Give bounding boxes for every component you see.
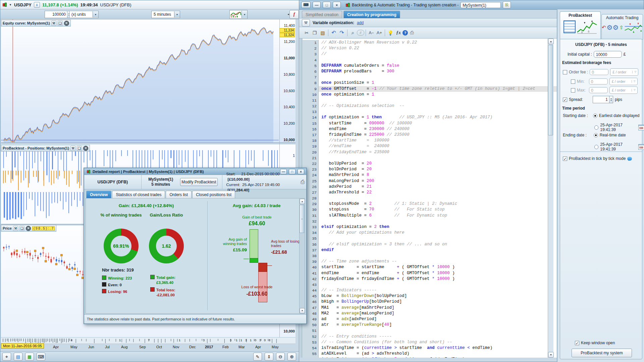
ending-custom-radio[interactable] [594,145,598,149]
calendar-icon[interactable] [638,144,644,150]
report-system: MySystem(1) [142,177,180,182]
backtesting-titlebar[interactable]: ⌨ — □ × Backtesting & Automatic Trading … [299,0,644,10]
pane-close-icon[interactable]: ✕ [83,146,88,151]
time-scroll-strip[interactable]: 41713311310308 [1,337,296,344]
starting-custom-radio[interactable] [594,125,598,130]
draw-icon[interactable]: ✎ [253,353,262,361]
keep-open-checkbox[interactable]: ✓ [575,341,579,345]
month-label: Apr [53,345,59,349]
tick-mode-tooltip-icon[interactable] [627,157,632,161]
report-scrollbar[interactable]: ▲ ≡ ▼ [299,198,305,313]
cut-icon[interactable]: ✂ [303,29,311,37]
best-trade-label: Gain of best trade [220,215,294,219]
min-fee-unit-select[interactable]: £ / order▽ [609,78,638,85]
pane-settings-icon[interactable]: ⚒ [51,21,56,26]
tab-simplified-creation[interactable]: Simplified creation [302,11,342,18]
close-button[interactable]: × [333,2,341,8]
spread-stepper[interactable]: 1 ▲▼ [593,96,613,103]
order-fee-checkbox[interactable] [563,70,567,74]
report-scroll-up[interactable]: ▲ [300,199,305,204]
scrollbar-thumb[interactable] [548,45,553,135]
copy-icon[interactable]: ❐ [311,29,319,37]
pane-detach-icon[interactable]: ❏ [19,226,24,231]
wrench-icon[interactable]: ⚒ [302,19,310,26]
chart-type-button[interactable]: ▼ [229,10,248,19]
avg-loss-label: Avg loss of losing trades [271,239,302,248]
search-icon[interactable]: ⌕ [349,29,357,37]
minimize-button[interactable]: — [313,2,321,8]
scroll-down-arrow[interactable]: ▼ [548,352,554,358]
pane-settings-icon[interactable]: ⚒ [70,146,75,151]
units-select[interactable]: (x) units▼ [69,11,99,18]
add-optimization-link[interactable]: add [357,20,364,25]
window-title: Backtesting & Automatic Trading - Tradin… [352,3,459,7]
pane-close-icon[interactable]: ✕ [26,226,31,231]
min-fee-checkbox[interactable] [571,79,575,84]
report-scroll-down[interactable]: ▼ [300,308,305,313]
modify-probacktest-button[interactable]: Modify ProBacktest [180,178,218,186]
max-fee-input[interactable]: 0 [589,87,608,93]
report-print-icon[interactable]: ⎙ [299,178,306,186]
tick-mode-checkbox[interactable]: ✓ [563,157,567,161]
font-larger-icon[interactable]: A+ [375,29,383,37]
help-icon[interactable]: ? [402,30,408,36]
scroll-up-arrow[interactable]: ▲ [548,39,554,44]
ending-realtime-radio[interactable] [594,133,598,137]
pane-detach-icon[interactable]: ❏ [58,21,63,26]
zoom-in-icon[interactable]: ⊕ [287,353,296,361]
redo-icon[interactable]: ↷ [338,29,346,37]
font-smaller-icon[interactable]: A− [367,29,375,37]
initial-capital-row: Initial capital : 10000 £ [568,51,626,58]
instrument-dropdown-arrow[interactable]: ▼ [9,3,12,6]
notes-icon[interactable]: ▤ [14,353,22,361]
calendar-icon[interactable] [638,125,644,130]
max-fee-checkbox[interactable] [571,88,575,93]
max-fee-unit-select[interactable]: £ / order▽ [609,86,638,94]
copy-system-icon[interactable]: ⎘ [503,1,511,8]
min-fee-row: Min: 0 £ / order▽ [571,78,638,85]
tab-overview[interactable]: Overview [86,191,111,198]
starting-earliest-radio[interactable] [593,114,597,118]
pane-detach-icon[interactable]: ❏ [77,146,82,151]
print-icon[interactable]: ⎙ [408,29,416,37]
system-name-input[interactable]: MySystem(1) [461,2,501,8]
tab-orders-list[interactable]: Orders list [166,191,192,198]
tab-automatic-trading[interactable]: Automatic Trading ↶ ⚙⚙ ⇧ [601,14,643,40]
order-fee-input[interactable]: 0 [590,69,608,75]
info-icon[interactable]: i [34,2,40,8]
nbr-trades: Nbr trades: 319 [102,267,134,273]
spread-checkbox[interactable]: ✓ [563,98,567,102]
tip-icon[interactable]: 💡 [386,29,394,37]
crosshair-icon[interactable]: ⌖ [2,353,11,361]
report-close-button[interactable]: × [298,169,304,174]
news-feed-icon[interactable]: f ◄ [289,10,299,19]
initial-capital-input[interactable]: 10000 [594,51,622,58]
axis-label: 10,400 [279,105,295,109]
total-gain-legend: Total gain: [150,275,175,280]
screenshot-icon[interactable]: ▦ [25,353,34,361]
keyboard-icon[interactable]: ⌨ [37,353,45,361]
scroll-digit: 1 [240,339,242,342]
comment-icon[interactable]: // [357,30,364,36]
zoom-fit-icon[interactable]: ⇕ [265,353,273,361]
paste-icon[interactable]: ▧ [319,29,327,37]
tab-probacktest[interactable]: ProBacktest [560,11,601,40]
quantity-stepper[interactable]: 100000 ▲▼ [45,11,71,18]
editor-scrollbar[interactable]: ▲ ▼ [548,39,553,358]
virtual-keyboard-button[interactable]: ⌨ [301,2,311,8]
run-backtest-button[interactable]: ProBacktest my system [572,349,632,357]
pane-close-icon[interactable]: ✕ [64,21,69,26]
report-scroll-thumb[interactable]: ≡ [300,205,304,233]
timeframe-select[interactable]: 5 minutes▼ [151,11,180,18]
min-fee-input[interactable]: 0 [589,78,608,84]
pane-settings-icon[interactable]: ⚒ [13,226,18,231]
tab-closed-positions[interactable]: Closed positions list [192,191,235,198]
tab-creation-by-programming[interactable]: Creation by programming [343,11,400,18]
ticker-symbol[interactable]: USDJPY [14,2,32,7]
order-fee-unit-select[interactable]: £ / order▽ [610,68,638,76]
tab-statistics[interactable]: Statistics of closed trades [112,191,165,198]
zoom-out-icon[interactable]: ⊖ [276,353,285,361]
undo-icon[interactable]: ↶ [330,29,338,37]
maximize-button[interactable]: □ [323,2,331,8]
insert-function-icon[interactable]: ƒx [394,29,402,37]
